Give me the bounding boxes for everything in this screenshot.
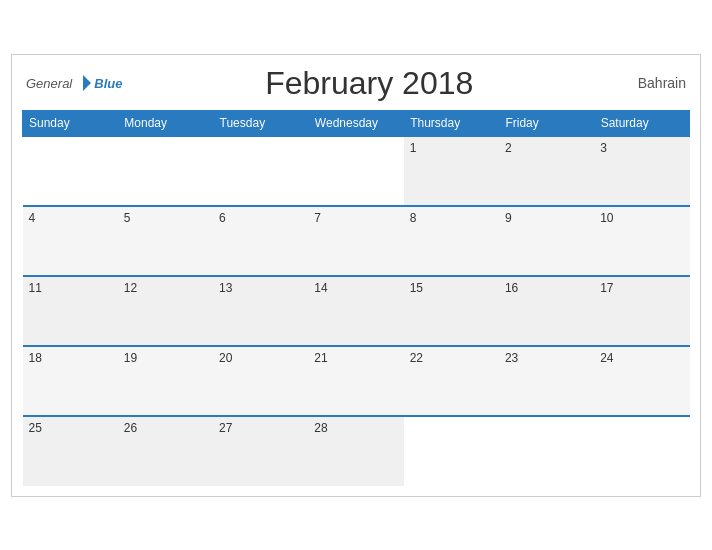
calendar-cell: 15 <box>404 276 499 346</box>
calendar-cell: 11 <box>23 276 118 346</box>
calendar-cell: 20 <box>213 346 308 416</box>
weekday-header-tuesday: Tuesday <box>213 110 308 136</box>
weekday-header-row: SundayMondayTuesdayWednesdayThursdayFrid… <box>23 110 690 136</box>
calendar-cell <box>118 136 213 206</box>
calendar-cell <box>308 136 403 206</box>
logo-flag-icon <box>74 74 92 92</box>
calendar-cell: 27 <box>213 416 308 486</box>
calendar-cell: 6 <box>213 206 308 276</box>
calendar-cell <box>404 416 499 486</box>
calendar-cell <box>499 416 594 486</box>
calendar-cell: 7 <box>308 206 403 276</box>
calendar-cell: 9 <box>499 206 594 276</box>
calendar-cell: 13 <box>213 276 308 346</box>
calendar-cell: 26 <box>118 416 213 486</box>
logo: General Blue <box>26 74 122 92</box>
weekday-header-saturday: Saturday <box>594 110 689 136</box>
calendar-cell: 14 <box>308 276 403 346</box>
calendar-cell: 8 <box>404 206 499 276</box>
calendar-container: General Blue February 2018 Bahrain Sunda… <box>11 54 701 497</box>
calendar-cell <box>594 416 689 486</box>
calendar-cell: 22 <box>404 346 499 416</box>
calendar-cell <box>213 136 308 206</box>
calendar-cell: 23 <box>499 346 594 416</box>
calendar-cell: 19 <box>118 346 213 416</box>
calendar-cell: 21 <box>308 346 403 416</box>
weekday-header-monday: Monday <box>118 110 213 136</box>
calendar-cell: 18 <box>23 346 118 416</box>
weekday-header-wednesday: Wednesday <box>308 110 403 136</box>
calendar-header: General Blue February 2018 Bahrain <box>22 65 690 102</box>
weekday-header-thursday: Thursday <box>404 110 499 136</box>
week-row-4: 18192021222324 <box>23 346 690 416</box>
weekday-header-sunday: Sunday <box>23 110 118 136</box>
calendar-cell: 5 <box>118 206 213 276</box>
calendar-cell: 3 <box>594 136 689 206</box>
calendar-cell: 25 <box>23 416 118 486</box>
svg-marker-0 <box>83 75 91 91</box>
calendar-cell: 24 <box>594 346 689 416</box>
calendar-cell: 28 <box>308 416 403 486</box>
calendar-cell: 12 <box>118 276 213 346</box>
week-row-1: 123 <box>23 136 690 206</box>
calendar-cell: 17 <box>594 276 689 346</box>
calendar-cell <box>23 136 118 206</box>
calendar-cell: 1 <box>404 136 499 206</box>
calendar-table: SundayMondayTuesdayWednesdayThursdayFrid… <box>22 110 690 486</box>
country-name: Bahrain <box>616 75 686 91</box>
logo-blue-text: Blue <box>94 76 122 91</box>
calendar-title: February 2018 <box>122 65 616 102</box>
weekday-header-friday: Friday <box>499 110 594 136</box>
calendar-cell: 2 <box>499 136 594 206</box>
week-row-3: 11121314151617 <box>23 276 690 346</box>
week-row-5: 25262728 <box>23 416 690 486</box>
calendar-cell: 16 <box>499 276 594 346</box>
logo-general-text: General <box>26 76 72 91</box>
week-row-2: 45678910 <box>23 206 690 276</box>
calendar-cell: 10 <box>594 206 689 276</box>
calendar-cell: 4 <box>23 206 118 276</box>
